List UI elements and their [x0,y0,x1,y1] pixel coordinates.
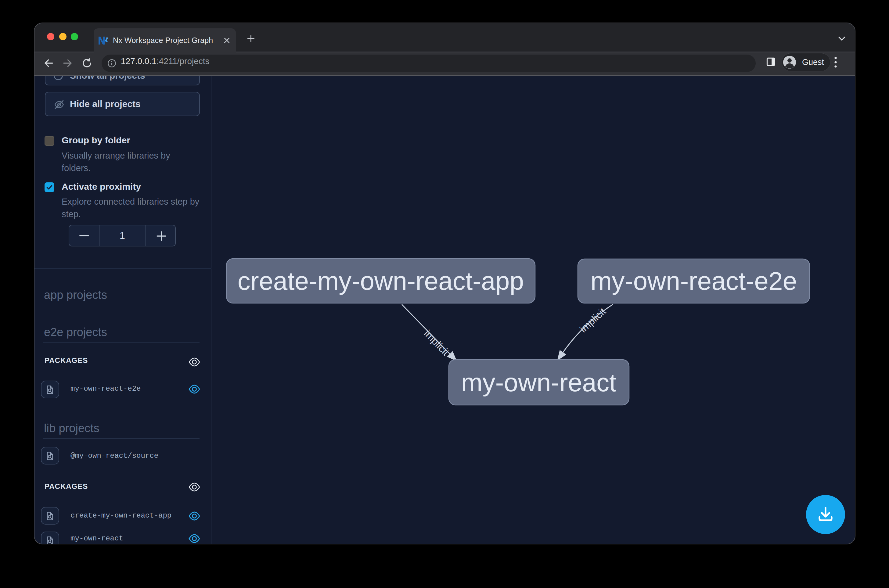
svg-text:my-own-react: my-own-react [461,368,617,397]
svg-text:implicit: implicit [578,306,608,334]
svg-text:implicit: implicit [422,328,452,358]
svg-text:my-own-react-e2e: my-own-react-e2e [591,267,797,295]
svg-text:create-my-own-react-app: create-my-own-react-app [238,267,524,295]
